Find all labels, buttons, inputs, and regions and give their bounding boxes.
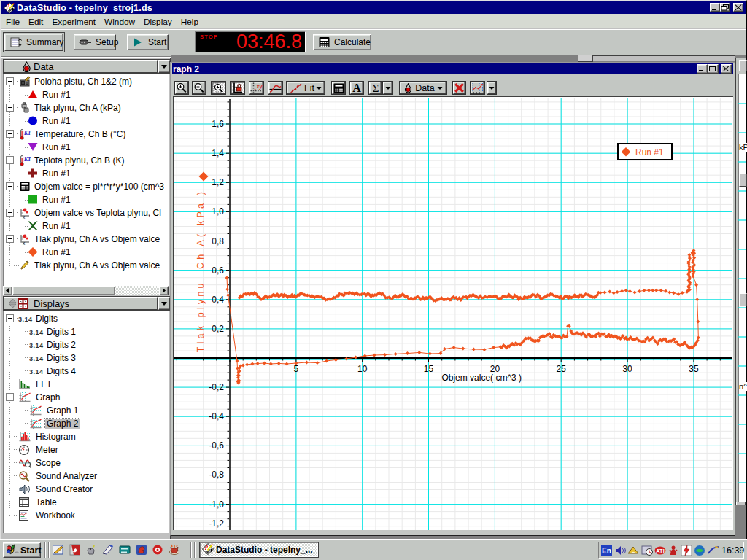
svg-text:15: 15 (424, 364, 434, 374)
svg-text:Objem valce( cm^3 ): Objem valce( cm^3 ) (441, 373, 522, 383)
svg-text:3.14: 3.14 (29, 368, 44, 376)
svg-text:-1,0: -1,0 (209, 499, 224, 510)
svg-text:En: En (602, 547, 611, 555)
svg-text:Σ: Σ (372, 82, 379, 93)
svg-text:0,2: 0,2 (212, 324, 224, 334)
svg-text:-1,2: -1,2 (209, 518, 224, 529)
svg-text:-0,2: -0,2 (209, 382, 224, 392)
svg-text:0,4: 0,4 (212, 295, 224, 305)
svg-text:3.14: 3.14 (29, 329, 44, 336)
svg-text:1,6: 1,6 (212, 119, 224, 129)
svg-text:KTD: KTD (23, 156, 31, 163)
svg-text:Run #1: Run #1 (635, 147, 664, 158)
svg-text:A: A (352, 82, 361, 93)
svg-text:1,0: 1,0 (212, 206, 224, 217)
svg-text:-0,6: -0,6 (209, 440, 224, 451)
svg-text:xy: xy (256, 83, 263, 89)
svg-text:3.14: 3.14 (18, 316, 33, 323)
svg-text:x: x (23, 241, 26, 245)
svg-text:1,2: 1,2 (212, 177, 224, 187)
svg-text:5: 5 (294, 364, 299, 374)
svg-text:35: 35 (689, 364, 699, 374)
svg-text:10: 10 (357, 364, 368, 374)
svg-text:Tlak plynu, Ch A( kPa ): Tlak plynu, Ch A( kPa ) (196, 189, 206, 352)
svg-text:ATI: ATI (656, 548, 665, 554)
svg-text:30: 30 (622, 364, 632, 374)
svg-text:1,4: 1,4 (212, 148, 224, 158)
svg-text:0,8: 0,8 (212, 236, 224, 246)
svg-text:-0,8: -0,8 (209, 470, 224, 480)
svg-text:0,6: 0,6 (212, 265, 224, 276)
svg-text:KTD: KTD (23, 130, 31, 136)
svg-text:x: x (23, 214, 26, 219)
svg-text:3.14: 3.14 (29, 342, 44, 349)
svg-text:3.14: 3.14 (29, 355, 44, 362)
svg-text:25: 25 (557, 364, 567, 374)
svg-text:-0,4: -0,4 (209, 411, 224, 421)
